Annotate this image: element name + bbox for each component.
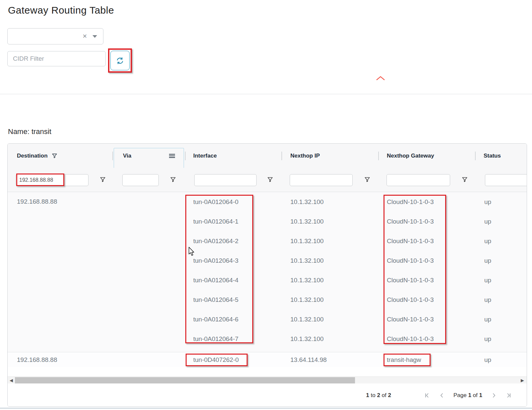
nexthop-ip-funnel-icon[interactable] — [364, 176, 370, 182]
status-cell: up — [484, 231, 491, 251]
nexthop-gateway-funnel-icon[interactable] — [462, 176, 468, 182]
nexthop-ip-cell: 10.1.32.100 — [290, 231, 324, 251]
nexthop-ip-cell: 10.1.32.100 — [290, 270, 324, 290]
column-header-via[interactable]: Via — [123, 144, 176, 168]
last-page-button[interactable] — [503, 390, 513, 400]
status-filter-input[interactable] — [485, 174, 527, 186]
table-filter-row — [8, 168, 527, 192]
status-cell: up — [484, 212, 491, 231]
destination-filter-annotation-box — [16, 173, 64, 186]
refresh-icon — [115, 56, 125, 65]
entry-list: tun-0A012064-0 10.1.32.100 CloudN-10-1-0… — [8, 192, 527, 349]
route-entry: tun-0A012064-5 10.1.32.100 CloudN-10-1-0… — [8, 290, 527, 309]
via-filter-input[interactable] — [122, 174, 159, 186]
gateway-routing-page: Gateway Routing Table ✕ Name: transit — [0, 0, 532, 410]
nexthop-ip-cell: 10.1.32.100 — [290, 212, 324, 231]
nexthop-ip-cell: 10.1.32.100 — [290, 251, 324, 270]
interface-funnel-icon[interactable] — [267, 176, 273, 182]
table-row[interactable]: 192.168.88.88 tun-0A012064-0 10.1.32.100… — [8, 192, 527, 352]
status-cell: up — [484, 290, 491, 309]
column-header-interface[interactable]: Interface — [193, 144, 217, 168]
nexthop-ip-cell: 10.1.32.100 — [290, 192, 324, 212]
row-range-summary: 1 to 2 of 2 — [366, 392, 391, 399]
status-cell: up — [484, 309, 491, 329]
collapse-chevron-icon[interactable] — [376, 75, 385, 81]
nexthop-ip-cell: 10.1.32.100 — [290, 309, 324, 329]
route-entry: tun-0A012064-6 10.1.32.100 CloudN-10-1-0… — [8, 309, 527, 329]
pagination-bar: 1 to 2 of 2 Page 1 of 1 — [8, 383, 527, 407]
previous-page-button[interactable] — [437, 390, 447, 400]
refresh-annotation-box — [108, 48, 132, 73]
page-indicator: Page 1 of 1 — [453, 392, 482, 399]
status-cell: up — [484, 329, 491, 349]
first-page-button[interactable] — [422, 390, 432, 400]
gateway-name-label: Name: transit — [8, 127, 51, 136]
route-entry: tun-0A012064-4 10.1.32.100 CloudN-10-1-0… — [8, 270, 527, 290]
status-cell: up — [484, 251, 491, 270]
cidr-filter-input[interactable] — [7, 51, 106, 66]
scroll-right-icon[interactable]: ▶ — [521, 378, 524, 383]
route-entry: tun-0A012064-2 10.1.32.100 CloudN-10-1-0… — [8, 231, 527, 251]
horizontal-scrollbar[interactable]: ◀ ▶ — [8, 376, 527, 383]
scroll-left-icon[interactable]: ◀ — [10, 378, 13, 383]
chevron-down-icon[interactable] — [92, 35, 97, 38]
scrollbar-thumb[interactable] — [15, 377, 355, 383]
column-header-destination[interactable]: Destination — [17, 144, 57, 168]
gateway-column-annotation-box — [384, 195, 446, 344]
route-entry: tun-0A012064-0 10.1.32.100 CloudN-10-1-0… — [8, 192, 527, 212]
gateway-select[interactable]: ✕ — [7, 28, 103, 44]
destination-cell: 192.168.88.88 — [17, 352, 57, 368]
route-entry: tun-0A012064-1 10.1.32.100 CloudN-10-1-0… — [8, 212, 527, 231]
refresh-button[interactable] — [110, 51, 130, 70]
panel-bottom-border — [0, 408, 532, 409]
destination-funnel-icon[interactable] — [100, 176, 106, 182]
table-header-row: Destination Via Interface Nexthop IP Nex… — [8, 144, 527, 168]
route-entry: tun-0A012064-3 10.1.32.100 CloudN-10-1-0… — [8, 251, 527, 270]
column-header-nexthop-ip[interactable]: Nexthop IP — [290, 144, 320, 168]
nexthop-ip-filter-input[interactable] — [290, 174, 353, 186]
column-header-status[interactable]: Status — [484, 144, 501, 168]
nexthop-ip-cell: 10.1.32.100 — [290, 329, 324, 349]
page-title: Gateway Routing Table — [8, 5, 114, 16]
section-divider — [0, 94, 532, 94]
status-cell: up — [484, 270, 491, 290]
interface-column-annotation-box — [185, 195, 253, 343]
column-header-nexthop-gateway[interactable]: Nexthop Gateway — [387, 144, 434, 168]
routing-table: Destination Via Interface Nexthop IP Nex… — [7, 143, 527, 407]
table-row[interactable]: 192.168.88.88 tun-0D407262-0 13.64.114.9… — [8, 352, 527, 367]
nexthop-ip-cell: 10.1.32.100 — [290, 290, 324, 309]
nexthop-gateway-filter-input[interactable] — [386, 174, 450, 186]
next-page-button[interactable] — [489, 390, 499, 400]
nexthop-ip-cell: 13.64.114.98 — [290, 352, 327, 368]
route-entry: tun-0A012064-7 10.1.32.100 CloudN-10-1-0… — [8, 329, 527, 349]
filter-icon[interactable] — [52, 153, 57, 159]
status-cell: up — [484, 352, 491, 368]
interface-filter-input[interactable] — [194, 174, 257, 186]
mouse-cursor — [188, 247, 196, 257]
via-funnel-icon[interactable] — [170, 176, 176, 182]
clear-selection-icon[interactable]: ✕ — [83, 34, 87, 39]
gateway-annotation-box — [384, 354, 431, 366]
menu-icon[interactable] — [169, 153, 175, 159]
interface-annotation-box — [186, 354, 248, 366]
status-cell: up — [484, 192, 491, 212]
